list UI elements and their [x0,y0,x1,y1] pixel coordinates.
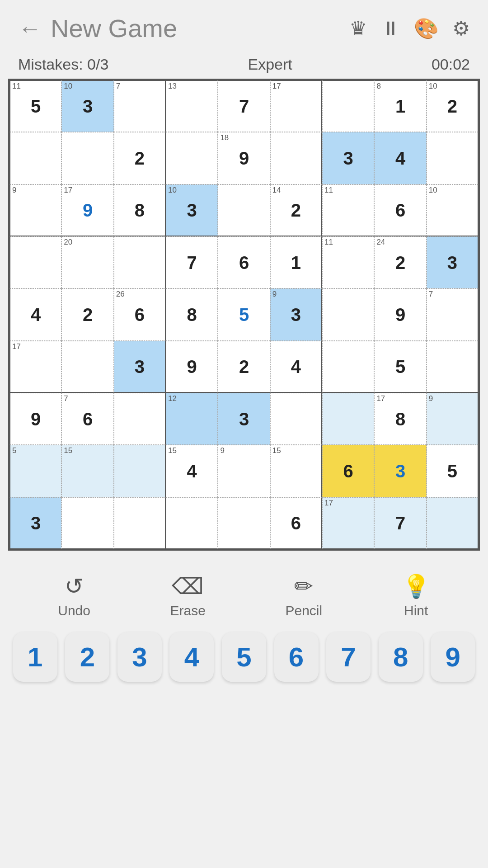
num-button-8[interactable]: 8 [379,632,423,682]
table-row[interactable] [322,393,374,445]
table-row[interactable]: 6 [218,236,270,288]
table-row[interactable]: 20 [61,236,113,288]
table-row[interactable]: 7 [166,236,218,288]
num-button-1[interactable]: 1 [13,632,57,682]
table-row[interactable]: 7 [427,288,479,340]
table-row[interactable]: 9 [427,393,479,445]
table-row[interactable] [114,236,166,288]
erase-button[interactable]: ⌫ Erase [170,573,206,618]
table-row[interactable]: 179 [61,184,113,236]
table-row[interactable] [114,393,166,445]
num-button-9[interactable]: 9 [431,632,475,682]
table-row[interactable] [9,132,61,184]
table-row[interactable]: 3 [218,393,270,445]
table-row[interactable] [166,132,218,184]
table-row[interactable]: 81 [374,80,426,132]
table-row[interactable]: 103 [166,184,218,236]
num-button-2[interactable]: 2 [65,632,109,682]
table-row[interactable] [61,341,113,393]
table-row[interactable]: 4 [270,341,322,393]
table-row[interactable] [270,132,322,184]
table-row[interactable]: 13 [166,80,218,132]
table-row[interactable]: 5 [374,341,426,393]
pencil-button[interactable]: ✏ Pencil [285,573,322,618]
table-row[interactable]: 6 [270,497,322,549]
table-row[interactable]: 2 [114,132,166,184]
table-row[interactable]: 242 [374,236,426,288]
table-row[interactable]: 3 [114,341,166,393]
table-row[interactable]: 17 [9,341,61,393]
table-row[interactable]: 9 [218,445,270,497]
table-row[interactable]: 2 [218,341,270,393]
table-row[interactable]: 189 [218,132,270,184]
table-row[interactable]: 17 [270,80,322,132]
table-row[interactable]: 3 [9,497,61,549]
table-row[interactable] [61,497,113,549]
table-row[interactable]: 3 [427,236,479,288]
table-row[interactable]: 9 [9,184,61,236]
table-row[interactable]: 142 [270,184,322,236]
undo-button[interactable]: ↺ Undo [58,573,90,618]
table-row[interactable]: 266 [114,288,166,340]
table-row[interactable]: 4 [9,288,61,340]
table-row[interactable]: 178 [374,393,426,445]
table-row[interactable] [9,236,61,288]
table-row[interactable]: 11 [322,184,374,236]
num-button-6[interactable]: 6 [274,632,319,682]
table-row[interactable] [218,184,270,236]
table-row[interactable] [114,497,166,549]
table-row[interactable]: 11 [322,236,374,288]
num-button-3[interactable]: 3 [117,632,162,682]
table-row[interactable]: 12 [166,393,218,445]
table-row[interactable]: 3 [374,445,426,497]
table-row[interactable]: 5 [218,288,270,340]
sudoku-grid[interactable]: 1151037137178110221893491798103142116102… [9,80,479,549]
table-row[interactable]: 5 [427,445,479,497]
table-row[interactable]: 1 [270,236,322,288]
table-row[interactable] [427,341,479,393]
num-button-4[interactable]: 4 [169,632,214,682]
table-row[interactable]: 3 [322,132,374,184]
table-row[interactable] [166,497,218,549]
table-row[interactable]: 115 [9,80,61,132]
table-row[interactable]: 9 [9,393,61,445]
table-row[interactable]: 6 [374,184,426,236]
num-button-7[interactable]: 7 [326,632,371,682]
table-row[interactable] [427,132,479,184]
table-row[interactable]: 103 [61,80,113,132]
table-row[interactable]: 5 [9,445,61,497]
table-row[interactable]: 15 [270,445,322,497]
table-row[interactable]: 6 [322,445,374,497]
pause-icon[interactable]: ⏸ [380,17,400,40]
table-row[interactable]: 10 [427,184,479,236]
table-row[interactable] [114,445,166,497]
settings-icon[interactable]: ⚙ [452,17,470,40]
table-row[interactable]: 2 [61,288,113,340]
num-button-5[interactable]: 5 [222,632,266,682]
table-row[interactable]: 8 [114,184,166,236]
table-row[interactable] [322,80,374,132]
table-row[interactable]: 9 [166,341,218,393]
table-row[interactable]: 102 [427,80,479,132]
table-row[interactable] [322,341,374,393]
table-row[interactable]: 154 [166,445,218,497]
hint-button[interactable]: 💡 Hint [402,573,430,618]
table-row[interactable]: 7 [218,80,270,132]
table-row[interactable]: 93 [270,288,322,340]
table-row[interactable]: 4 [374,132,426,184]
table-row[interactable]: 7 [374,497,426,549]
table-row[interactable] [218,497,270,549]
table-row[interactable]: 8 [166,288,218,340]
table-row[interactable]: 15 [61,445,113,497]
table-row[interactable] [61,132,113,184]
crown-icon[interactable]: ♛ [349,17,367,40]
table-row[interactable] [322,288,374,340]
table-row[interactable]: 17 [322,497,374,549]
table-row[interactable]: 7 [114,80,166,132]
table-row[interactable]: 76 [61,393,113,445]
table-row[interactable] [270,393,322,445]
table-row[interactable]: 9 [374,288,426,340]
palette-icon[interactable]: 🎨 [414,17,439,40]
table-row[interactable] [427,497,479,549]
back-button[interactable]: ← [18,17,42,40]
